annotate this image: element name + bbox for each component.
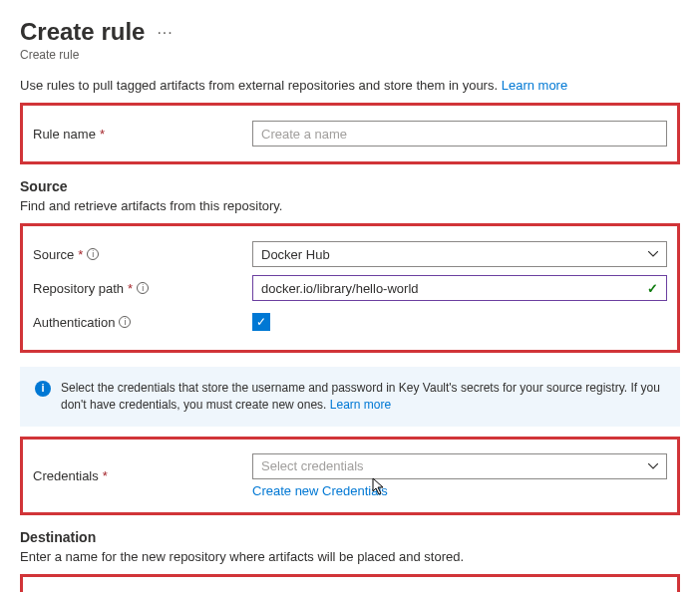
destination-heading: Destination bbox=[20, 529, 680, 545]
learn-more-link[interactable]: Learn more bbox=[502, 78, 567, 93]
info-icon[interactable]: i bbox=[87, 248, 99, 260]
source-heading: Source bbox=[20, 178, 680, 194]
checkmark-icon: ✓ bbox=[647, 281, 658, 296]
rule-name-input[interactable] bbox=[252, 121, 667, 147]
source-select[interactable]: Docker Hub bbox=[252, 241, 667, 267]
source-label: Source* i bbox=[33, 247, 252, 262]
banner-learn-more-link[interactable]: Learn more bbox=[330, 398, 391, 412]
source-description: Find and retrieve artifacts from this re… bbox=[20, 198, 680, 213]
credentials-group: Credentials* Select credentials Create n… bbox=[20, 437, 680, 515]
info-icon: i bbox=[35, 381, 51, 397]
destination-group: New ACR repository namespace* i hello-wo… bbox=[20, 574, 680, 592]
authentication-label: Authentication i bbox=[33, 315, 252, 330]
info-icon[interactable]: i bbox=[137, 282, 149, 294]
create-new-credentials-link[interactable]: Create new Credentials bbox=[252, 483, 388, 498]
destination-description: Enter a name for the new repository wher… bbox=[20, 549, 680, 564]
source-group: Source* i Docker Hub Repository path* i … bbox=[20, 223, 680, 353]
credentials-info-banner: i Select the credentials that store the … bbox=[20, 367, 680, 427]
intro-text: Use rules to pull tagged artifacts from … bbox=[20, 78, 680, 93]
chevron-down-icon bbox=[648, 463, 658, 469]
rule-name-label: Rule name* bbox=[33, 127, 252, 142]
chevron-down-icon bbox=[648, 251, 658, 257]
page-title: Create rule bbox=[20, 18, 145, 46]
rule-name-group: Rule name* bbox=[20, 103, 680, 164]
repo-path-input[interactable]: docker.io/library/hello-world ✓ bbox=[252, 275, 667, 301]
authentication-checkbox[interactable]: ✓ bbox=[252, 313, 270, 331]
credentials-select[interactable]: Select credentials bbox=[252, 453, 667, 479]
info-icon[interactable]: i bbox=[119, 316, 131, 328]
repo-path-label: Repository path* i bbox=[33, 281, 252, 296]
page-subtitle: Create rule bbox=[20, 48, 680, 62]
credentials-label: Credentials* bbox=[33, 468, 252, 483]
more-actions-icon[interactable]: ··· bbox=[157, 24, 173, 42]
